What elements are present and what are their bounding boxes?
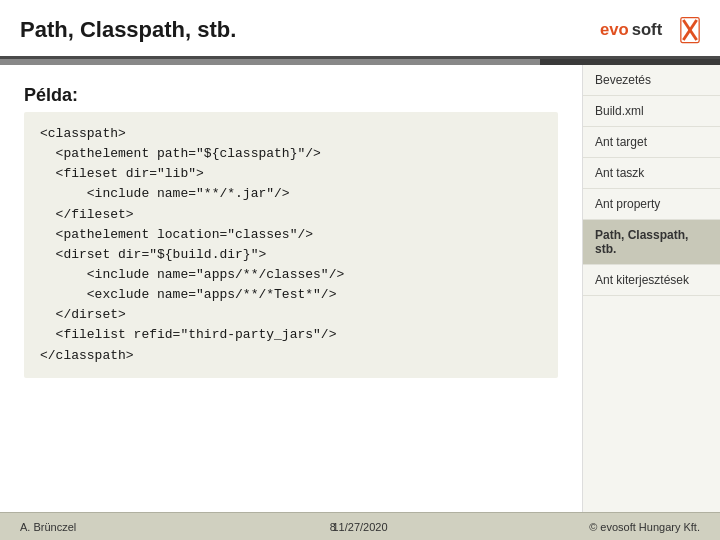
code-line-10: </dirset> [40,305,542,325]
main-content: Példa: <classpath> <pathelement path="${… [0,65,720,540]
code-line-5: </fileset> [40,205,542,225]
sidebar-item-ant-kiterjesztesek[interactable]: Ant kiterjesztések [583,265,720,296]
sidebar-item-ant-taszk[interactable]: Ant taszk [583,158,720,189]
code-line-3: <fileset dir="lib"> [40,164,542,184]
footer-author: A. Brünczel [20,521,76,533]
sidebar: Bevezetés Build.xml Ant target Ant taszk… [582,65,720,540]
sidebar-item-bevezetes[interactable]: Bevezetés [583,65,720,96]
code-line-6: <pathelement location="classes"/> [40,225,542,245]
code-line-11: <filelist refid="third-party_jars"/> [40,325,542,345]
header: Path, Classpath, stb. evo soft [0,0,720,59]
svg-text:soft: soft [632,20,663,39]
evosoft-logo: evo soft [600,12,700,48]
sidebar-item-ant-target[interactable]: Ant target [583,127,720,158]
sidebar-item-ant-property[interactable]: Ant property [583,189,720,220]
code-line-7: <dirset dir="${build.dir}"> [40,245,542,265]
code-line-2: <pathelement path="${classpath}"/> [40,144,542,164]
code-line-8: <include name="apps/**/classes"/> [40,265,542,285]
logo: evo soft [600,12,700,48]
page-title: Path, Classpath, stb. [20,17,236,43]
footer-copyright: © evosoft Hungary Kft. [589,521,700,533]
code-line-9: <exclude name="apps/**/*Test*"/> [40,285,542,305]
example-label: Példa: [24,85,558,106]
footer: A. Brünczel 11/27/2020 8 © evosoft Hunga… [0,512,720,540]
sidebar-item-path-classpath[interactable]: Path, Classpath, stb. [583,220,720,265]
footer-date: 11/27/2020 [332,521,387,533]
code-block: <classpath> <pathelement path="${classpa… [24,112,558,378]
code-line-4: <include name="**/*.jar"/> [40,184,542,204]
sidebar-item-buildxml[interactable]: Build.xml [583,96,720,127]
content-area: Példa: <classpath> <pathelement path="${… [0,65,582,540]
code-line-1: <classpath> [40,124,542,144]
code-line-12: </classpath> [40,346,542,366]
svg-text:evo: evo [600,20,629,39]
